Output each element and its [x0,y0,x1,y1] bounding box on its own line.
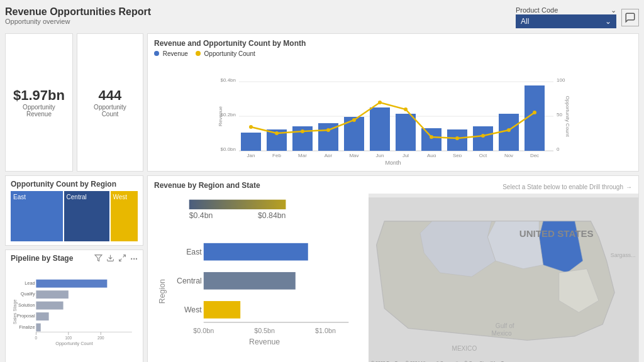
svg-text:Revenue: Revenue [218,106,223,126]
svg-rect-20 [473,126,493,151]
revenue-month-xlabel: Month [154,160,632,166]
svg-rect-75 [204,243,308,261]
region-state-title: Revenue by Region and State [154,181,260,190]
svg-point-28 [378,101,382,104]
svg-text:Mar: Mar [298,153,307,157]
svg-text:100: 100 [557,77,565,83]
svg-text:Region: Region [158,279,167,304]
legend-opp-count: Opportunity Count [196,50,255,57]
svg-point-29 [404,107,408,111]
svg-text:MEXICO: MEXICO [452,345,477,352]
kpi-count-value: 444 [99,87,122,104]
svg-text:Feb: Feb [272,153,281,157]
svg-point-23 [249,125,253,129]
svg-text:50: 50 [557,112,562,118]
region-state-card: Revenue by Region and State Select a Sta… [147,175,639,362]
export-icon[interactable] [106,254,114,264]
revenue-month-svg: $0.0bn $0.2bn $0.4bn Revenue 0 50 100 Op… [154,60,632,157]
svg-point-26 [326,128,330,132]
treemap-card: Opportunity Count by Region East Central… [5,175,143,246]
svg-text:Jan: Jan [247,153,255,157]
report-subtitle: Opportunity overview [5,18,151,25]
header: Revenue Opportunities Report Opportunity… [5,5,639,30]
product-code-filter: Product Code ⌄ All ⌄ [516,6,616,28]
svg-text:Sargass...: Sargass... [611,252,636,258]
treemap-title: Opportunity Count by Region [11,180,138,189]
legend-opp-dot [196,51,201,56]
svg-rect-77 [204,272,296,290]
svg-text:Revenue: Revenue [249,337,280,346]
product-code-dropdown[interactable]: All ⌄ [516,14,616,28]
legend-revenue: Revenue [154,50,188,57]
kpi-count: 444 Opportunity Count [77,33,143,172]
svg-rect-79 [204,301,240,319]
svg-rect-55 [36,290,68,299]
expand-icon[interactable] [118,254,126,264]
svg-text:Finalize: Finalize [19,324,35,330]
svg-rect-70 [189,200,286,209]
drill-through-hint: Select a State below to enable Drill thr… [502,184,632,190]
svg-text:UNITED STATES: UNITED STATES [519,228,594,239]
region-bar-area: $0.4bn $0.84bn Region East Central West [154,195,369,359]
region-state-body: $0.4bn $0.84bn Region East Central West [154,195,632,359]
header-title: Revenue Opportunities Report Opportunity… [5,6,151,25]
arrow-icon: → [626,184,632,190]
svg-text:Central: Central [177,277,202,285]
svg-text:Opportunity Count: Opportunity Count [55,341,92,346]
region-bar-svg: $0.4bn $0.84bn Region East Central West [154,195,369,359]
svg-text:Nov: Nov [504,153,513,157]
svg-rect-59 [36,312,48,321]
chevron-icon: ⌄ [611,6,616,14]
svg-rect-18 [421,128,441,151]
svg-text:Dec: Dec [530,153,539,157]
svg-rect-53 [36,280,107,288]
svg-marker-47 [95,255,102,261]
kpi-revenue-label: Opportunity Revenue [13,104,65,118]
svg-text:Opportunity Count: Opportunity Count [565,96,570,138]
svg-text:Aug: Aug [427,153,436,157]
chat-icon[interactable] [621,9,639,26]
svg-point-31 [455,136,459,140]
svg-text:Sep: Sep [453,153,462,157]
svg-text:Apr: Apr [325,153,333,157]
region-state-header: Revenue by Region and State Select a Sta… [154,181,632,192]
revenue-month-legend: Revenue Opportunity Count [154,50,632,57]
svg-text:May: May [349,153,358,157]
svg-point-33 [507,128,511,132]
svg-text:Mexico: Mexico [492,330,512,337]
us-map-svg: Gulf of Mexico MEXICO UNITED STATES Sarg… [369,194,638,362]
svg-text:0: 0 [557,146,560,152]
svg-point-24 [275,131,279,135]
svg-text:100: 100 [65,336,72,340]
treemap-cell-east[interactable]: East [11,191,63,241]
row2: Opportunity Count by Region East Central… [5,175,639,362]
dropdown-chevron-icon: ⌄ [605,17,611,26]
more-icon[interactable]: ··· [130,254,138,264]
svg-point-30 [430,135,433,139]
treemap-cell-west[interactable]: West [111,191,138,241]
pipeline-header: Pipeline by Stage ··· [11,254,138,265]
report-title: Revenue Opportunities Report [5,6,151,18]
svg-text:$0.0bn: $0.0bn [193,327,214,334]
revenue-month-card: Revenue and Opportunity Count by Month R… [147,33,639,172]
header-controls: Product Code ⌄ All ⌄ [516,6,639,28]
treemap-cell-central[interactable]: Central [64,191,109,241]
kpi-revenue-value: $1.97bn [13,87,65,104]
svg-text:Gulf of: Gulf of [496,322,514,329]
svg-text:$0.0bn: $0.0bn [221,146,236,152]
svg-text:0: 0 [35,336,38,340]
svg-text:Solution: Solution [18,302,35,308]
svg-text:Sales Stage: Sales Stage [12,299,18,324]
svg-text:$0.4bn: $0.4bn [221,77,236,83]
svg-rect-11 [241,133,261,151]
svg-text:$0.5bn: $0.5bn [254,327,275,334]
svg-text:200: 200 [97,336,104,340]
filter-icon[interactable] [94,254,103,264]
map-area: Gulf of Mexico MEXICO UNITED STATES Sarg… [369,194,638,362]
pipeline-toolbar: ··· [94,254,138,264]
kpi-cards: $1.97bn Opportunity Revenue 444 Opportun… [5,33,143,172]
svg-point-34 [533,111,536,114]
svg-line-50 [119,259,122,261]
treemap-viz: East Central West [11,191,138,241]
kpi-count-label: Opportunity Count [85,104,135,118]
